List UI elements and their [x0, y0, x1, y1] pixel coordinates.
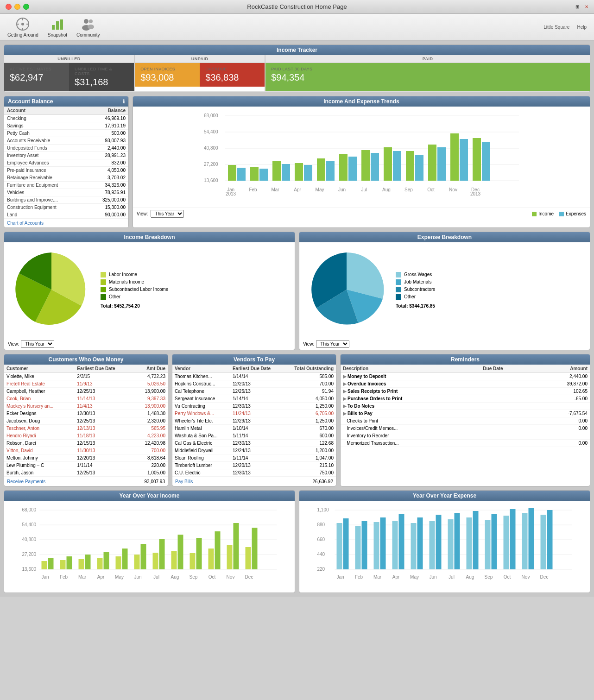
vendor-name[interactable]: Perry Windows &...: [172, 410, 230, 417]
subcontracted-color: [101, 287, 106, 292]
customer-name[interactable]: Violette, Mike: [4, 373, 75, 380]
close-button[interactable]: [6, 4, 12, 10]
vendor-name[interactable]: Hopkins Construc...: [172, 380, 230, 388]
customer-name[interactable]: Cook, Brian: [4, 395, 75, 403]
help-button[interactable]: ✕: [585, 4, 588, 9]
vendor-name[interactable]: Wheeler's Tile Etc.: [172, 417, 230, 425]
svg-rect-91: [227, 545, 233, 569]
vendor-name[interactable]: Middlefield Drywall: [172, 447, 230, 454]
customer-name[interactable]: Campbell, Heather: [4, 388, 75, 395]
account-name[interactable]: Employee Advances: [4, 159, 87, 167]
open-invoices-card[interactable]: OPEN INVOICES $93,008: [135, 63, 200, 87]
account-name[interactable]: Retainage Receivable: [4, 174, 87, 182]
expense-view-select[interactable]: This Year Last Year: [316, 340, 349, 348]
customer-name[interactable]: Burch, Jason: [4, 469, 75, 477]
pay-bills-link[interactable]: Pay Bills: [175, 479, 193, 484]
little-square-button[interactable]: ⊞: [575, 4, 579, 9]
customer-name[interactable]: Melton, Johnny: [4, 454, 75, 462]
minimize-button[interactable]: [14, 4, 20, 10]
account-name[interactable]: Checking: [4, 115, 87, 122]
people-icon: [81, 17, 95, 32]
vendor-name[interactable]: C.U. Electric: [172, 469, 230, 477]
svg-rect-124: [399, 514, 404, 569]
customer-name[interactable]: Hendro Riyadi: [4, 432, 75, 440]
trends-view-select[interactable]: This Year Last Year: [151, 210, 184, 218]
toolbar-item-getting-around[interactable]: Getting Around: [7, 17, 38, 38]
customer-name[interactable]: Mackey's Nursery an...: [4, 403, 75, 410]
income-view-select[interactable]: This Year Last Year: [21, 340, 54, 348]
reminder-description[interactable]: ▶Overdue Invoices: [341, 380, 480, 388]
vendor-name[interactable]: Sergeant Insurance: [172, 395, 230, 403]
svg-rect-32: [326, 161, 335, 181]
vendor-name[interactable]: Cal Telephone: [172, 388, 230, 395]
reminder-description[interactable]: Memorized Transaction...: [341, 440, 480, 447]
toolbar-item-community[interactable]: Community: [76, 17, 100, 38]
paid-last-30-card[interactable]: PAID LAST 30 DAYS $94,354: [265, 63, 590, 91]
info-icon[interactable]: ℹ: [123, 99, 125, 105]
reminder-description[interactable]: ▶Bills to Pay: [341, 410, 480, 417]
svg-text:220: 220: [317, 567, 325, 572]
reminder-description[interactable]: Inventory to Reorder: [341, 432, 480, 440]
customer-row: Campbell, Heather12/25/1313,900.00: [4, 388, 168, 395]
unbilled-costs-card[interactable]: UNBILLED TIME & COSTS $31,168: [69, 63, 134, 91]
svg-text:13,600: 13,600: [204, 178, 218, 183]
vendor-name[interactable]: Vu Contracting: [172, 403, 230, 410]
customer-name[interactable]: Pretell Real Estate: [4, 380, 75, 388]
vendor-name[interactable]: Hamlin Metal: [172, 425, 230, 432]
help-toolbar[interactable]: Help: [577, 25, 587, 30]
account-name[interactable]: Inventory Asset: [4, 152, 87, 159]
vendor-name[interactable]: Cal Gas & Electric: [172, 440, 230, 447]
account-name[interactable]: Construction Equipment: [4, 204, 87, 211]
income-tracker-panel: Income Tracker UNBILLED ACTIVE ESTIMATES…: [4, 44, 590, 92]
reminder-amount: 0.00: [535, 440, 590, 447]
little-square-toolbar[interactable]: Little Square: [543, 25, 569, 30]
svg-rect-45: [473, 138, 481, 181]
svg-rect-35: [361, 150, 370, 181]
svg-rect-135: [504, 516, 509, 569]
reminder-description[interactable]: Invoices/Credit Memos...: [341, 425, 480, 432]
active-estimates-card[interactable]: ACTIVE ESTIMATES $62,947: [4, 63, 69, 91]
overdue-card[interactable]: OVERDUE $36,838: [200, 63, 265, 87]
customer-name[interactable]: Robson, Darci: [4, 440, 75, 447]
customer-name[interactable]: Vitton, David: [4, 447, 75, 454]
reminder-description[interactable]: ▶Sales Receipts to Print: [341, 388, 480, 395]
customer-row: Mackey's Nursery an...11/4/1313,900.00: [4, 403, 168, 410]
customer-name[interactable]: Ecker Designs: [4, 410, 75, 417]
vendor-name[interactable]: Washuta & Son Pa...: [172, 432, 230, 440]
customer-due-date: 11/18/13: [75, 432, 133, 440]
customer-due-date: 12/25/13: [75, 388, 133, 395]
reminder-description[interactable]: ▶Money to Deposit: [341, 373, 480, 380]
account-name[interactable]: Furniture and Equipment: [4, 182, 87, 189]
account-name[interactable]: Accounts Receivable: [4, 137, 87, 145]
customer-row: Burch, Jason12/25/131,005.00: [4, 469, 168, 477]
customer-name[interactable]: Jacobsen, Doug: [4, 417, 75, 425]
vendor-name[interactable]: Sloan Roofing: [172, 454, 230, 462]
account-name[interactable]: Undeposited Funds: [4, 145, 87, 152]
account-name[interactable]: Petty Cash: [4, 130, 87, 137]
svg-rect-33: [339, 154, 348, 181]
account-name[interactable]: Vehicles: [4, 189, 87, 196]
trends-chart-area: 68,000 54,400 40,800 27,200 13,600: [133, 107, 590, 208]
vendor-name[interactable]: Timberloft Lumber: [172, 462, 230, 469]
yoy-income-chart: 68,000 54,400 40,800 27,200 13,600: [4, 501, 295, 593]
account-name[interactable]: Buildings and Improve....: [4, 196, 87, 204]
customer-name[interactable]: Lew Plumbing – C: [4, 462, 75, 469]
reminder-description[interactable]: ▶Purchase Orders to Print: [341, 395, 480, 403]
account-name[interactable]: Pre-paid Insurance: [4, 167, 87, 174]
reminder-description[interactable]: Checks to Print: [341, 417, 480, 425]
toolbar-item-snapshot[interactable]: Snapshot: [48, 17, 67, 38]
receive-payments-link[interactable]: Receive Payments: [7, 479, 45, 484]
account-name[interactable]: Savings: [4, 122, 87, 130]
vendor-due-date: 11/24/13: [230, 410, 282, 417]
account-name[interactable]: Land: [4, 211, 87, 219]
account-table: Account Balance Checking46,969.10Savings…: [4, 107, 128, 219]
maximize-button[interactable]: [23, 4, 29, 10]
svg-rect-44: [460, 139, 468, 181]
account-col-header: Account: [4, 107, 87, 115]
customer-name[interactable]: Teschner, Anton: [4, 425, 75, 432]
vendor-name[interactable]: Thomas Kitchen...: [172, 373, 230, 380]
reminder-description[interactable]: ▶To Do Notes: [341, 403, 480, 410]
chart-of-accounts-link[interactable]: Chart of Accounts: [4, 219, 46, 227]
vendor-amount: 215.10: [282, 462, 336, 469]
reminder-amount: 39,872.00: [535, 380, 590, 388]
